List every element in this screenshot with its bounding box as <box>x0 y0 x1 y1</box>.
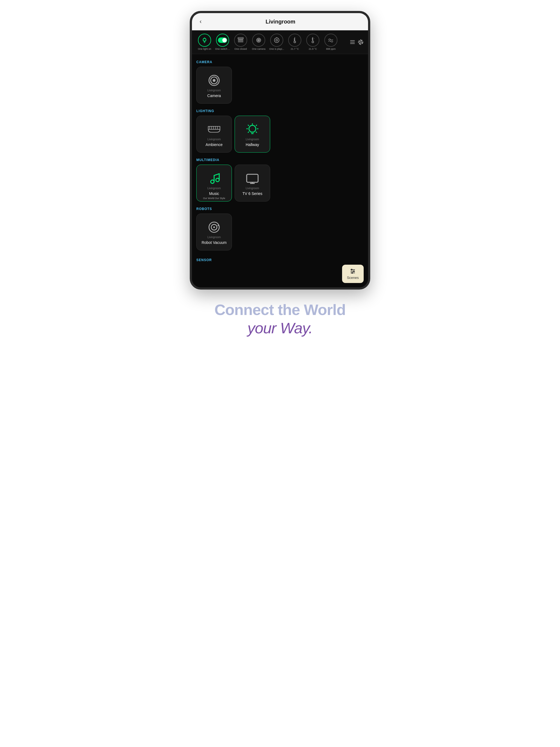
header-bar: ‹ Livingroom <box>192 13 368 30</box>
section-label-lighting: LIGHTING <box>196 109 364 113</box>
light-icon-circle[interactable] <box>198 34 211 47</box>
svg-point-27 <box>216 178 219 182</box>
ppm-icon-circle[interactable] <box>324 34 337 47</box>
toggle-icon <box>218 37 227 43</box>
section-label-multimedia: MULTIMEDIA <box>196 158 364 162</box>
status-temp1-label: 21.7 °C <box>291 48 299 51</box>
status-camera-label: One camera <box>252 48 265 51</box>
vacuum-card-room: Livingroom <box>207 236 221 239</box>
ambience-card-name: Ambience <box>206 143 223 147</box>
menu-icon[interactable] <box>350 39 355 45</box>
led-strip-icon <box>207 123 221 136</box>
status-switch[interactable]: One switch ... <box>214 34 231 51</box>
hallway-card-room: Livingroom <box>246 138 259 141</box>
section-label-camera: CAMERA <box>196 60 364 64</box>
device-card-hallway[interactable]: Livingroom Hallway <box>235 115 270 153</box>
section-label-sensor: SENSOR <box>196 256 364 262</box>
camera-card-room: Livingroom <box>207 89 221 92</box>
status-temp1[interactable]: 21.7 °C <box>286 34 303 51</box>
music-card-status: Our World Our Style <box>198 197 230 200</box>
scenes-button[interactable]: Scenes <box>342 265 364 283</box>
status-light-label: One light on <box>198 48 211 51</box>
status-temp2-label: 21.9 °C <box>309 48 317 51</box>
multimedia-devices-grid: Livingroom Music Our World Our Style Liv… <box>196 164 364 202</box>
bulb-glow-icon <box>246 123 259 136</box>
tv-card-name: TV 6 Series <box>242 191 262 196</box>
status-music[interactable]: One is playi... <box>269 34 285 51</box>
scenes-label: Scenes <box>347 276 359 280</box>
status-switch-label: One switch ... <box>215 48 230 51</box>
back-button[interactable]: ‹ <box>198 17 204 26</box>
svg-point-25 <box>249 125 256 132</box>
hallway-card-name: Hallway <box>246 143 259 147</box>
music-card-room: Livingroom <box>207 187 221 190</box>
status-ppm[interactable]: 888 ppm <box>323 34 339 51</box>
svg-point-37 <box>353 271 354 272</box>
device-card-vacuum[interactable]: Livingroom Robot Vacuum <box>196 213 232 251</box>
tablet-frame: ‹ Livingroom One light on One switch ... <box>190 11 370 289</box>
device-card-camera[interactable]: Livingroom Camera <box>196 67 232 104</box>
tv-card-room: Livingroom <box>246 187 259 190</box>
svg-point-9 <box>274 38 279 42</box>
lighting-devices-grid: Livingroom Ambience Livingroom Hallway <box>196 115 364 153</box>
robot-vacuum-icon <box>207 221 221 234</box>
vacuum-card-name: Robot Vacuum <box>202 240 227 245</box>
blind-icon-circle[interactable] <box>234 34 247 47</box>
camera-devices-grid: Livingroom Camera <box>196 67 364 104</box>
status-light[interactable]: One light on <box>196 34 213 51</box>
status-ppm-label: 888 ppm <box>326 48 335 51</box>
status-camera[interactable]: One camera <box>251 34 267 51</box>
tagline: Connect the World your Way. <box>214 301 346 337</box>
status-blind-label: One closed <box>234 48 247 51</box>
switch-icon-circle[interactable] <box>216 34 229 47</box>
settings-icon[interactable] <box>358 39 364 45</box>
scenes-container: Scenes <box>196 265 364 283</box>
svg-point-24 <box>213 79 215 82</box>
camera-card-name: Camera <box>207 94 221 98</box>
temp2-icon-circle[interactable] <box>306 34 320 47</box>
status-music-label: One is playi... <box>269 48 284 51</box>
svg-point-32 <box>218 225 219 226</box>
tagline-line1: Connect the World <box>214 301 346 319</box>
status-blind[interactable]: One closed <box>232 34 249 51</box>
device-card-tv[interactable]: Livingroom TV 6 Series <box>235 164 270 202</box>
temp1-icon-circle[interactable] <box>288 34 301 47</box>
svg-point-31 <box>213 226 215 228</box>
svg-point-36 <box>351 269 352 270</box>
main-content: CAMERA Livingroom Camera LIGHTING <box>192 54 368 287</box>
svg-point-8 <box>258 40 259 41</box>
robots-devices-grid: Livingroom Robot Vacuum <box>196 213 364 251</box>
music-icon-circle[interactable] <box>270 34 283 47</box>
svg-rect-28 <box>247 174 258 182</box>
toolbar-actions <box>350 39 364 45</box>
tagline-line2: your Way. <box>214 319 346 337</box>
svg-point-12 <box>294 41 296 43</box>
sliders-icon <box>350 268 356 275</box>
svg-point-16 <box>312 41 314 43</box>
device-card-ambience[interactable]: Livingroom Ambience <box>196 115 232 153</box>
page-title: Livingroom <box>206 19 354 25</box>
camera-icon-circle[interactable] <box>252 34 265 47</box>
status-temp2[interactable]: 21.9 °C <box>305 34 321 51</box>
svg-point-21 <box>360 41 361 43</box>
section-label-robots: ROBOTS <box>196 207 364 211</box>
camera-device-icon <box>207 74 221 87</box>
music-card-name: Music <box>209 191 219 196</box>
tv-icon <box>246 172 259 185</box>
svg-point-26 <box>211 180 214 183</box>
status-bar: One light on One switch ... One closed <box>192 30 368 54</box>
svg-point-10 <box>276 40 278 41</box>
device-card-music[interactable]: Livingroom Music Our World Our Style <box>196 164 232 202</box>
svg-rect-1 <box>238 37 244 38</box>
music-note-icon <box>207 172 221 185</box>
svg-point-38 <box>352 272 353 274</box>
ambience-card-room: Livingroom <box>207 138 221 141</box>
